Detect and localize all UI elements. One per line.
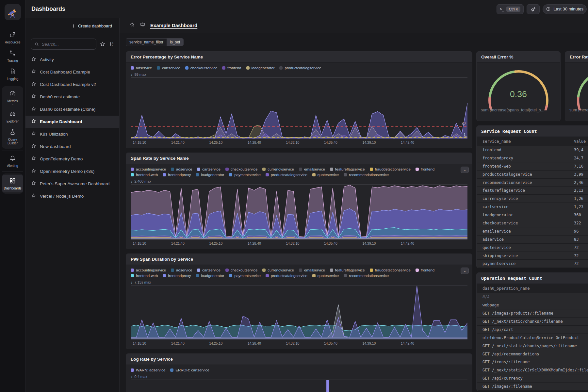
legend-item-accountingservice[interactable]: accountingservice [131, 268, 166, 272]
sidebar-item-label: Dash0 cost estimate [40, 94, 80, 100]
legend-item-frauddetectionservice[interactable]: frauddetectionservice [370, 167, 411, 171]
rail-item-alerting[interactable]: Alerting [2, 152, 23, 170]
create-dashboard-button[interactable]: Create dashboard [71, 24, 112, 28]
legend-item-currencyservice[interactable]: currencyservice [262, 167, 294, 171]
sidebar-item-k8s-utilization[interactable]: K8s Utilization [25, 128, 119, 140]
legend-item-frontend-web[interactable]: frontend-web [131, 274, 158, 278]
panel-header-operation-request-count[interactable]: Operation Request Count [477, 273, 588, 284]
legend-item-paymentservice[interactable]: paymentservice [229, 274, 261, 278]
legend-item-frontend[interactable]: frontend [416, 268, 434, 272]
telescope-icon [530, 6, 536, 12]
panel-header-p99-span-duration-by-service[interactable]: P99 Span Duration by Service [126, 254, 472, 265]
filter-chip-service-name-filter[interactable]: service_name_filteris_set [126, 38, 184, 46]
legend-item-quoteservice[interactable]: quoteservice [312, 173, 339, 177]
legend-item-recommendationservice[interactable]: recommendationservice [344, 274, 389, 278]
legend-item-adservice[interactable]: adservice [171, 167, 192, 171]
legend-item-adservice[interactable]: adservice [171, 268, 192, 272]
gauge-panel-overall-error: Overall Error %0.36sum (increase(spans_t… [476, 51, 561, 121]
legend-item-checkoutservice[interactable]: checkoutservice [225, 167, 257, 171]
legend-item-loadgenerator[interactable]: loadgenerator [196, 173, 224, 177]
legend-item-featureflagservice[interactable]: featureflagservice [330, 167, 365, 171]
legend-item-frontend[interactable]: frontend [416, 167, 434, 171]
rail-item-label: Explorer [7, 120, 19, 123]
legend-item-frontend-web[interactable]: frontend-web [131, 173, 158, 177]
tracing-icon [9, 50, 16, 58]
sidebar-item-example-dashboard[interactable]: Example Dashboard [25, 116, 119, 128]
time-range-picker[interactable]: Last 30 minutes [543, 4, 587, 14]
sidebar-item-opentelemetry-demo[interactable]: OpenTelemetry Demo [25, 153, 119, 165]
legend-swatch [131, 274, 134, 277]
legend-item-accountingservice[interactable]: accountingservice [131, 167, 166, 171]
legend-item-recommendationservice[interactable]: recommendationservice [344, 173, 389, 177]
legend-item-emailservice[interactable]: emailservice [299, 268, 325, 272]
chart-error-percentage-by-service-name[interactable]: 201 [131, 78, 467, 139]
legend-item-quoteservice[interactable]: quoteservice [312, 274, 339, 278]
legend-item-paymentservice[interactable]: paymentservice [229, 173, 261, 177]
favorites-filter-button[interactable] [100, 41, 106, 47]
rail-item-tracing[interactable]: Tracing [2, 47, 23, 65]
panel-header-error-percentage-by-service-name[interactable]: Error Percentage by Service Name [126, 52, 472, 63]
legend-label: productcatalogservice [271, 274, 307, 278]
star-icon [31, 143, 36, 150]
sort-button[interactable]: AZ [109, 41, 115, 47]
legend-item-frontend[interactable]: frontend [222, 66, 241, 70]
rail-item-metrics[interactable]: Metrics⌄ [2, 88, 23, 107]
sidebar-item-opentelemetry-demo-k8s[interactable]: OpenTelemetry Demo (K8s) [25, 165, 119, 178]
panel-header-error-rate[interactable]: Error Rate [565, 52, 588, 63]
legend-item-emailservice[interactable]: emailservice [299, 167, 325, 171]
rail-item-logging[interactable]: Logging [2, 65, 23, 83]
legend-item-frontendproxy[interactable]: frontendproxy [163, 173, 191, 177]
panel-header-service-request-count[interactable]: Service Request Count [477, 126, 588, 137]
legend-item-frontendproxy[interactable]: frontendproxy [163, 274, 191, 278]
legend-item-productcatalogservice[interactable]: productcatalogservice [266, 173, 307, 177]
chart-legend: accountingserviceadservicecartserviceche… [131, 267, 467, 279]
telescope-button[interactable] [527, 4, 540, 14]
sidebar-item-activity[interactable]: Activity [25, 54, 119, 66]
legend-item-productcatalogservice[interactable]: productcatalogservice [279, 66, 321, 70]
search-box[interactable] [31, 39, 96, 50]
legend-item-loadgenerator[interactable]: loadgenerator [246, 66, 275, 70]
panel-header-overall-error[interactable]: Overall Error % [477, 52, 560, 63]
rail-item-explorer[interactable]: Explorer [2, 108, 23, 125]
panel-header-span-rate-by-service-name[interactable]: Span Rate by Service Name [126, 153, 472, 164]
column-header[interactable]: Value [574, 139, 586, 144]
column-header[interactable]: dash0_operation_name [477, 286, 530, 291]
legend-item-productcatalogservice[interactable]: productcatalogservice [266, 274, 307, 278]
legend-item-cartservice[interactable]: cartservice [197, 268, 220, 272]
legend-item-warn-adservice[interactable]: WARN: adservice [131, 368, 165, 372]
sidebar-item-peter-s-super-awesome-dashboard[interactable]: Peter's Super Awesome Dashboard [25, 178, 119, 190]
legend-item-cartservice[interactable]: cartservice [197, 167, 220, 171]
chart-log-rate-by-service[interactable] [131, 380, 467, 392]
chart-span-rate-by-service-name[interactable] [131, 185, 467, 239]
dashboard-header: Example Dashboard [120, 18, 588, 33]
legend-item-adservice[interactable]: adservice [131, 66, 152, 70]
panel-header-log-rate-by-service[interactable]: Log Rate by Service [126, 354, 472, 365]
sidebar-item-cost-dashboard-example-v2[interactable]: Cost Dashboard Example v2 [25, 78, 119, 91]
column-header[interactable]: service_name [477, 139, 574, 144]
x-tick: 14:18:10 [133, 140, 146, 144]
command-palette-button[interactable]: >_ Ctrl K [497, 4, 524, 14]
legend-menu-button[interactable]: ⌄ [461, 268, 469, 274]
chart-p99-span-duration-by-service[interactable] [131, 286, 467, 339]
legend-item-loadgenerator[interactable]: loadgenerator [196, 274, 224, 278]
sidebar-item-vercel-node-js-demo[interactable]: Vercel / Node.js Demo [25, 190, 119, 203]
search-input[interactable] [42, 42, 93, 47]
rail-item-dashboards[interactable]: Dashboards [2, 175, 23, 192]
rail-item-query-builder[interactable]: Query Builder [2, 126, 23, 147]
sidebar-item-dash0-cost-estimate[interactable]: Dash0 cost estimate [25, 91, 119, 103]
legend-item-featureflagservice[interactable]: featureflagservice [330, 268, 365, 272]
rail-item-resources[interactable]: Resources [2, 29, 23, 46]
sidebar-item-new-dashboard[interactable]: New dashboard [25, 140, 119, 153]
legend-item-cartservice[interactable]: cartservice [157, 66, 180, 70]
legend-item-currencyservice[interactable]: currencyservice [262, 268, 294, 272]
legend-item-frauddetectionservice[interactable]: frauddetectionservice [370, 268, 411, 272]
legend-item-checkoutservice[interactable]: checkoutservice [225, 268, 257, 272]
dash0-logo[interactable] [5, 4, 21, 20]
legend-item-error-cartservice[interactable]: ERROR: cartservice [170, 368, 209, 372]
sidebar-item-dash0-cost-estimate-clone[interactable]: Dash0 cost estimate (Clone) [25, 103, 119, 116]
sidebar-item-cost-dashboard-example[interactable]: Cost Dashboard Example [25, 66, 119, 78]
dashboard-title[interactable]: Example Dashboard [150, 23, 197, 28]
favorite-star-icon[interactable] [129, 22, 135, 29]
legend-menu-button[interactable]: ⌄ [461, 167, 469, 173]
legend-item-checkoutservice[interactable]: checkoutservice [185, 66, 217, 70]
